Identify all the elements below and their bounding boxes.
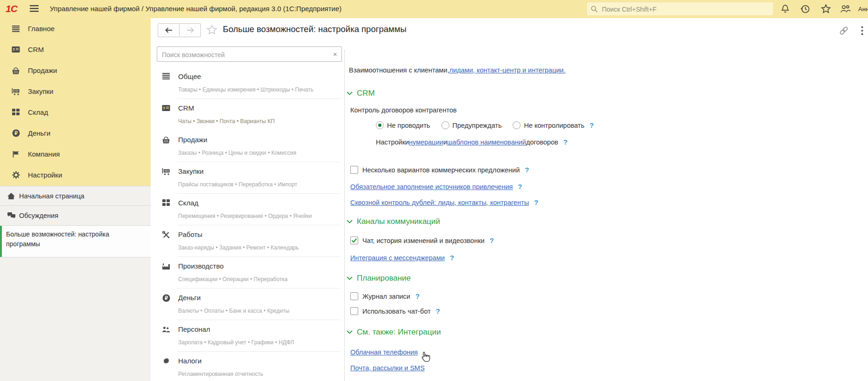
section-crm[interactable]: CRM xyxy=(347,89,375,98)
cloud-telephony-link[interactable]: Облачная телефония xyxy=(350,348,418,356)
home-page-tab[interactable]: Начальная страница xyxy=(0,186,151,205)
contracts-control-label: Контроль договоров контрагентов xyxy=(350,106,457,114)
journal-checkbox[interactable] xyxy=(350,292,358,300)
sources-row: Обязательное заполнение источников привл… xyxy=(350,183,522,190)
feature-item-purchases[interactable]: Закупки Прайсы поставщиков • Переработка… xyxy=(151,162,344,194)
feature-item-general[interactable]: Общее Товары • Единицы измерения • Штрих… xyxy=(151,67,344,99)
help-icon[interactable]: ? xyxy=(490,236,494,244)
feature-item-staff[interactable]: Персонал Зарплата • Кадровый учет • Граф… xyxy=(151,320,344,352)
basket-icon xyxy=(12,67,20,74)
features-panel: × Общее Товары • Единицы измерения • Штр… xyxy=(151,44,344,381)
help-icon[interactable]: ? xyxy=(415,292,420,300)
help-icon[interactable]: ? xyxy=(436,307,440,315)
messengers-link[interactable]: Интеграция с мессенджерами xyxy=(350,254,445,262)
telephony-row: Облачная телефония xyxy=(350,348,418,356)
duplicates-link[interactable]: Сквозной контроль дублей: лиды, контакты… xyxy=(350,199,529,206)
intro-link[interactable]: лидами, контакт-центр и интеграции. xyxy=(449,66,566,74)
multi-offers-row: Несколько вариантов коммерческих предлож… xyxy=(350,166,529,174)
feature-item-crm[interactable]: CRM Чаты • Звонки • Почта • Варианты КП xyxy=(151,99,344,131)
feature-item-sales[interactable]: Продажи Заказы • Розница • Цены и скидки… xyxy=(151,131,344,162)
features-search-input[interactable] xyxy=(161,47,327,62)
back-button[interactable] xyxy=(158,23,180,37)
help-icon[interactable]: ? xyxy=(589,121,594,129)
page-header: Больше возможностей: настройка программы xyxy=(151,18,868,44)
discussions-tab[interactable]: Обсуждения xyxy=(0,205,151,225)
sidebar-item-main[interactable]: Главное xyxy=(0,18,151,39)
current-user[interactable]: Анн xyxy=(858,6,868,13)
section-channels[interactable]: Каналы коммуникаций xyxy=(347,217,440,226)
help-icon[interactable]: ? xyxy=(450,254,454,262)
settings-pane: Взаимоотношения с клиентами, лидами, кон… xyxy=(344,44,868,381)
contact-card-icon xyxy=(12,46,20,53)
radio-warn[interactable] xyxy=(441,121,449,129)
ruble-circle-icon: ₽ xyxy=(12,129,20,137)
sources-link[interactable]: Обязательное заполнение источников привл… xyxy=(350,183,513,190)
feature-item-production[interactable]: Производство Спецификации • Операции • П… xyxy=(151,257,344,289)
grid-icon xyxy=(162,199,170,206)
global-search-input[interactable] xyxy=(601,2,770,16)
multi-offers-checkbox[interactable] xyxy=(350,166,358,174)
cart-icon xyxy=(12,88,20,95)
grid-icon xyxy=(12,109,20,116)
forward-button[interactable] xyxy=(180,23,201,37)
users-icon[interactable] xyxy=(840,4,851,13)
sidebar: Главное CRM Продажи Закупки Склад ₽ День… xyxy=(0,18,151,381)
notifications-bell-icon[interactable] xyxy=(781,4,790,14)
feature-item-money[interactable]: ₽ Деньги Валюты • Оплаты • Банк и касса … xyxy=(151,289,344,320)
contact-card-icon xyxy=(162,105,170,112)
chevron-down-icon xyxy=(347,276,353,280)
tools-icon xyxy=(162,231,170,239)
sidebar-item-purchases[interactable]: Закупки xyxy=(0,81,151,102)
clear-search-button[interactable]: × xyxy=(329,46,342,62)
page-title: Больше возможностей: настройка программы xyxy=(223,24,407,34)
chat-bubbles-icon xyxy=(7,212,16,219)
numbering-link[interactable]: нумерации xyxy=(409,138,443,146)
1c-logo[interactable]: 1С xyxy=(6,3,17,14)
feature-item-taxes[interactable]: Налоги Регламентированная отчетность xyxy=(151,352,344,381)
section-planning[interactable]: Планирование xyxy=(347,274,411,283)
favorite-page-star-icon[interactable] xyxy=(207,25,217,35)
chevron-down-icon xyxy=(347,330,353,334)
sidebar-item-company[interactable]: Компания xyxy=(0,144,151,164)
open-window-tab[interactable]: Больше возможностей: настройка программы xyxy=(0,225,151,257)
more-menu-icon[interactable] xyxy=(861,26,863,35)
search-icon xyxy=(590,5,598,13)
basket-icon xyxy=(162,136,170,144)
sidebar-item-warehouse[interactable]: Склад xyxy=(0,102,151,123)
intro-line: Взаимоотношения с клиентами, лидами, кон… xyxy=(349,66,566,74)
eagle-emblem-icon xyxy=(162,357,170,365)
features-search: × xyxy=(157,46,345,62)
chevron-down-icon xyxy=(347,92,353,95)
help-icon[interactable]: ? xyxy=(525,166,529,174)
global-search xyxy=(587,2,773,15)
cart-icon xyxy=(162,168,170,175)
help-icon[interactable]: ? xyxy=(518,183,522,190)
help-icon[interactable]: ? xyxy=(534,198,538,206)
chevron-down-icon xyxy=(347,220,353,223)
list-lines-icon xyxy=(162,73,170,79)
factory-icon xyxy=(162,263,170,270)
help-icon[interactable]: ? xyxy=(563,138,568,146)
radio-no-control[interactable] xyxy=(513,121,521,129)
radio-not-post[interactable] xyxy=(376,121,384,129)
section-see-also[interactable]: См. также: Интеграции xyxy=(347,328,441,337)
sidebar-item-settings[interactable]: Настройки xyxy=(0,164,151,185)
feature-item-works[interactable]: Работы Заказ-наряды • Задания • Ремонт •… xyxy=(151,225,344,257)
feature-item-warehouse[interactable]: Склад Перемещения • Резервирование • Орд… xyxy=(151,194,344,225)
get-link-icon[interactable] xyxy=(839,26,849,36)
sidebar-item-crm[interactable]: CRM xyxy=(0,39,151,60)
mail-sms-link[interactable]: Почта, рассылки и SMS xyxy=(350,364,425,372)
flag-icon xyxy=(12,151,20,158)
sidebar-item-money[interactable]: ₽ Деньги xyxy=(0,123,151,144)
chat-row: Чат, история изменений и видеозвонки ? xyxy=(350,236,494,244)
check-icon xyxy=(351,238,357,243)
chat-checkbox-checked[interactable] xyxy=(350,236,358,244)
ruble-circle-icon: ₽ xyxy=(162,294,170,302)
name-templates-link[interactable]: шаблонов наименований xyxy=(447,138,526,146)
history-icon[interactable] xyxy=(801,4,810,14)
main-menu-icon[interactable] xyxy=(30,5,39,12)
favorites-star-icon[interactable] xyxy=(821,4,831,13)
sidebar-item-sales[interactable]: Продажи xyxy=(0,60,151,81)
duplicates-row: Сквозной контроль дублей: лиды, контакты… xyxy=(350,198,538,206)
chatbot-checkbox[interactable] xyxy=(350,307,358,315)
